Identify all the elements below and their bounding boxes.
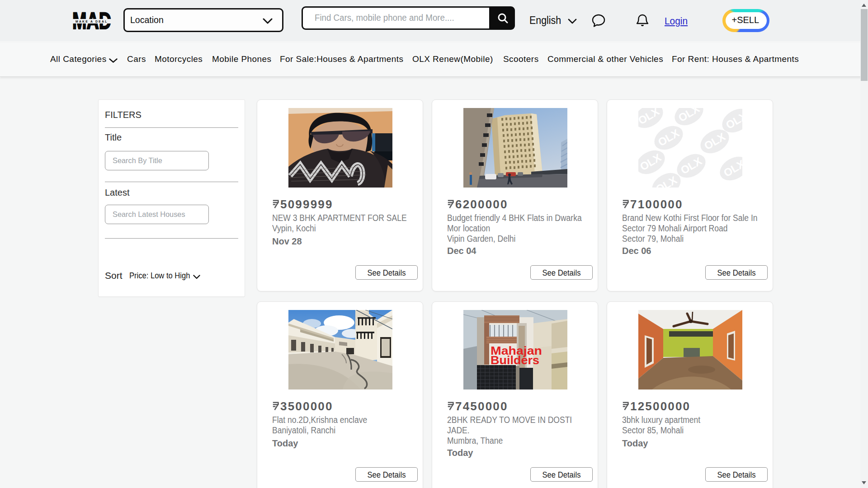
svg-text:Builders: Builders [491,353,539,367]
svg-text:MAKE A DEAL: MAKE A DEAL [75,20,108,23]
